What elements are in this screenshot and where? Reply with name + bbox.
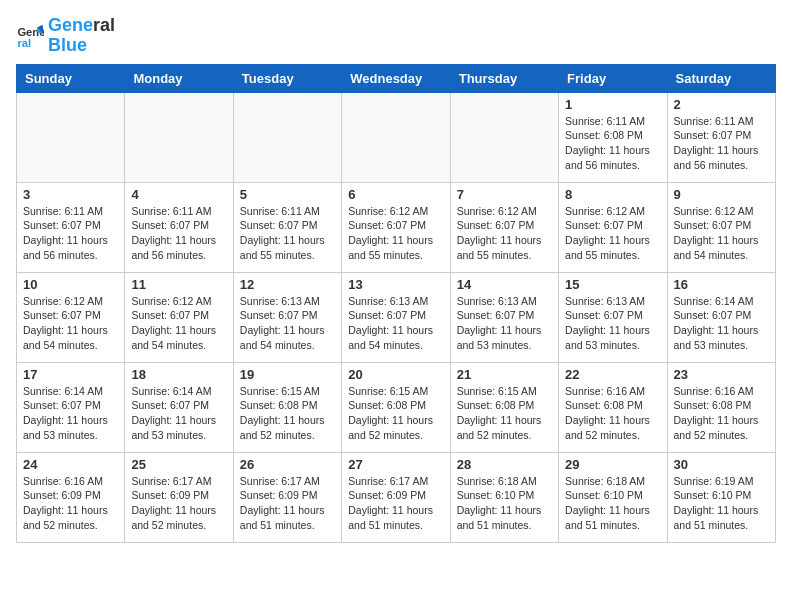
calendar-cell: 12Sunrise: 6:13 AM Sunset: 6:07 PM Dayli…	[233, 272, 341, 362]
calendar-cell: 16Sunrise: 6:14 AM Sunset: 6:07 PM Dayli…	[667, 272, 775, 362]
day-info: Sunrise: 6:13 AM Sunset: 6:07 PM Dayligh…	[565, 294, 660, 353]
day-number: 27	[348, 457, 443, 472]
calendar-cell: 27Sunrise: 6:17 AM Sunset: 6:09 PM Dayli…	[342, 452, 450, 542]
day-info: Sunrise: 6:17 AM Sunset: 6:09 PM Dayligh…	[240, 474, 335, 533]
day-info: Sunrise: 6:11 AM Sunset: 6:07 PM Dayligh…	[674, 114, 769, 173]
logo-text: GeneralBlue	[48, 16, 115, 56]
calendar-cell: 29Sunrise: 6:18 AM Sunset: 6:10 PM Dayli…	[559, 452, 667, 542]
day-info: Sunrise: 6:15 AM Sunset: 6:08 PM Dayligh…	[457, 384, 552, 443]
page-header: Gene ral GeneralBlue	[16, 16, 776, 56]
calendar-cell: 20Sunrise: 6:15 AM Sunset: 6:08 PM Dayli…	[342, 362, 450, 452]
calendar-cell: 28Sunrise: 6:18 AM Sunset: 6:10 PM Dayli…	[450, 452, 558, 542]
day-number: 13	[348, 277, 443, 292]
calendar-cell: 2Sunrise: 6:11 AM Sunset: 6:07 PM Daylig…	[667, 92, 775, 182]
week-row-5: 24Sunrise: 6:16 AM Sunset: 6:09 PM Dayli…	[17, 452, 776, 542]
day-info: Sunrise: 6:14 AM Sunset: 6:07 PM Dayligh…	[674, 294, 769, 353]
day-number: 3	[23, 187, 118, 202]
day-number: 2	[674, 97, 769, 112]
day-info: Sunrise: 6:12 AM Sunset: 6:07 PM Dayligh…	[674, 204, 769, 263]
day-info: Sunrise: 6:11 AM Sunset: 6:08 PM Dayligh…	[565, 114, 660, 173]
logo: Gene ral GeneralBlue	[16, 16, 115, 56]
day-info: Sunrise: 6:14 AM Sunset: 6:07 PM Dayligh…	[131, 384, 226, 443]
svg-text:ral: ral	[17, 37, 31, 49]
day-info: Sunrise: 6:18 AM Sunset: 6:10 PM Dayligh…	[565, 474, 660, 533]
calendar-cell: 22Sunrise: 6:16 AM Sunset: 6:08 PM Dayli…	[559, 362, 667, 452]
day-number: 7	[457, 187, 552, 202]
day-number: 15	[565, 277, 660, 292]
day-number: 19	[240, 367, 335, 382]
calendar-cell: 24Sunrise: 6:16 AM Sunset: 6:09 PM Dayli…	[17, 452, 125, 542]
weekday-header-thursday: Thursday	[450, 64, 558, 92]
day-info: Sunrise: 6:16 AM Sunset: 6:08 PM Dayligh…	[674, 384, 769, 443]
day-info: Sunrise: 6:11 AM Sunset: 6:07 PM Dayligh…	[23, 204, 118, 263]
weekday-header-tuesday: Tuesday	[233, 64, 341, 92]
day-info: Sunrise: 6:13 AM Sunset: 6:07 PM Dayligh…	[348, 294, 443, 353]
day-number: 17	[23, 367, 118, 382]
day-number: 24	[23, 457, 118, 472]
day-number: 6	[348, 187, 443, 202]
calendar-cell: 5Sunrise: 6:11 AM Sunset: 6:07 PM Daylig…	[233, 182, 341, 272]
day-number: 23	[674, 367, 769, 382]
day-number: 25	[131, 457, 226, 472]
calendar-cell: 11Sunrise: 6:12 AM Sunset: 6:07 PM Dayli…	[125, 272, 233, 362]
day-info: Sunrise: 6:16 AM Sunset: 6:09 PM Dayligh…	[23, 474, 118, 533]
day-number: 30	[674, 457, 769, 472]
week-row-4: 17Sunrise: 6:14 AM Sunset: 6:07 PM Dayli…	[17, 362, 776, 452]
week-row-3: 10Sunrise: 6:12 AM Sunset: 6:07 PM Dayli…	[17, 272, 776, 362]
day-number: 14	[457, 277, 552, 292]
day-info: Sunrise: 6:15 AM Sunset: 6:08 PM Dayligh…	[240, 384, 335, 443]
day-info: Sunrise: 6:13 AM Sunset: 6:07 PM Dayligh…	[240, 294, 335, 353]
calendar-cell: 4Sunrise: 6:11 AM Sunset: 6:07 PM Daylig…	[125, 182, 233, 272]
calendar-cell: 1Sunrise: 6:11 AM Sunset: 6:08 PM Daylig…	[559, 92, 667, 182]
week-row-1: 1Sunrise: 6:11 AM Sunset: 6:08 PM Daylig…	[17, 92, 776, 182]
day-info: Sunrise: 6:12 AM Sunset: 6:07 PM Dayligh…	[457, 204, 552, 263]
calendar-cell: 19Sunrise: 6:15 AM Sunset: 6:08 PM Dayli…	[233, 362, 341, 452]
day-number: 16	[674, 277, 769, 292]
weekday-header-sunday: Sunday	[17, 64, 125, 92]
weekday-header-friday: Friday	[559, 64, 667, 92]
day-number: 18	[131, 367, 226, 382]
day-info: Sunrise: 6:17 AM Sunset: 6:09 PM Dayligh…	[348, 474, 443, 533]
calendar-cell: 3Sunrise: 6:11 AM Sunset: 6:07 PM Daylig…	[17, 182, 125, 272]
day-info: Sunrise: 6:11 AM Sunset: 6:07 PM Dayligh…	[131, 204, 226, 263]
calendar-cell: 17Sunrise: 6:14 AM Sunset: 6:07 PM Dayli…	[17, 362, 125, 452]
calendar-cell	[125, 92, 233, 182]
day-info: Sunrise: 6:12 AM Sunset: 6:07 PM Dayligh…	[348, 204, 443, 263]
day-number: 26	[240, 457, 335, 472]
day-info: Sunrise: 6:18 AM Sunset: 6:10 PM Dayligh…	[457, 474, 552, 533]
calendar-cell: 14Sunrise: 6:13 AM Sunset: 6:07 PM Dayli…	[450, 272, 558, 362]
day-number: 28	[457, 457, 552, 472]
day-info: Sunrise: 6:14 AM Sunset: 6:07 PM Dayligh…	[23, 384, 118, 443]
week-row-2: 3Sunrise: 6:11 AM Sunset: 6:07 PM Daylig…	[17, 182, 776, 272]
day-info: Sunrise: 6:17 AM Sunset: 6:09 PM Dayligh…	[131, 474, 226, 533]
calendar-cell: 25Sunrise: 6:17 AM Sunset: 6:09 PM Dayli…	[125, 452, 233, 542]
calendar-cell	[233, 92, 341, 182]
day-number: 1	[565, 97, 660, 112]
day-info: Sunrise: 6:19 AM Sunset: 6:10 PM Dayligh…	[674, 474, 769, 533]
day-number: 4	[131, 187, 226, 202]
calendar-cell: 15Sunrise: 6:13 AM Sunset: 6:07 PM Dayli…	[559, 272, 667, 362]
calendar-cell: 23Sunrise: 6:16 AM Sunset: 6:08 PM Dayli…	[667, 362, 775, 452]
weekday-header-monday: Monday	[125, 64, 233, 92]
calendar-cell: 8Sunrise: 6:12 AM Sunset: 6:07 PM Daylig…	[559, 182, 667, 272]
calendar-cell: 26Sunrise: 6:17 AM Sunset: 6:09 PM Dayli…	[233, 452, 341, 542]
calendar-cell: 30Sunrise: 6:19 AM Sunset: 6:10 PM Dayli…	[667, 452, 775, 542]
calendar-cell: 10Sunrise: 6:12 AM Sunset: 6:07 PM Dayli…	[17, 272, 125, 362]
day-info: Sunrise: 6:12 AM Sunset: 6:07 PM Dayligh…	[23, 294, 118, 353]
calendar-cell	[450, 92, 558, 182]
weekday-header-wednesday: Wednesday	[342, 64, 450, 92]
calendar-cell: 18Sunrise: 6:14 AM Sunset: 6:07 PM Dayli…	[125, 362, 233, 452]
calendar-cell	[17, 92, 125, 182]
day-number: 5	[240, 187, 335, 202]
day-info: Sunrise: 6:15 AM Sunset: 6:08 PM Dayligh…	[348, 384, 443, 443]
day-number: 21	[457, 367, 552, 382]
calendar-cell: 7Sunrise: 6:12 AM Sunset: 6:07 PM Daylig…	[450, 182, 558, 272]
weekday-header-saturday: Saturday	[667, 64, 775, 92]
day-number: 29	[565, 457, 660, 472]
day-info: Sunrise: 6:12 AM Sunset: 6:07 PM Dayligh…	[131, 294, 226, 353]
calendar-cell: 6Sunrise: 6:12 AM Sunset: 6:07 PM Daylig…	[342, 182, 450, 272]
day-number: 12	[240, 277, 335, 292]
day-number: 8	[565, 187, 660, 202]
day-info: Sunrise: 6:13 AM Sunset: 6:07 PM Dayligh…	[457, 294, 552, 353]
day-number: 20	[348, 367, 443, 382]
